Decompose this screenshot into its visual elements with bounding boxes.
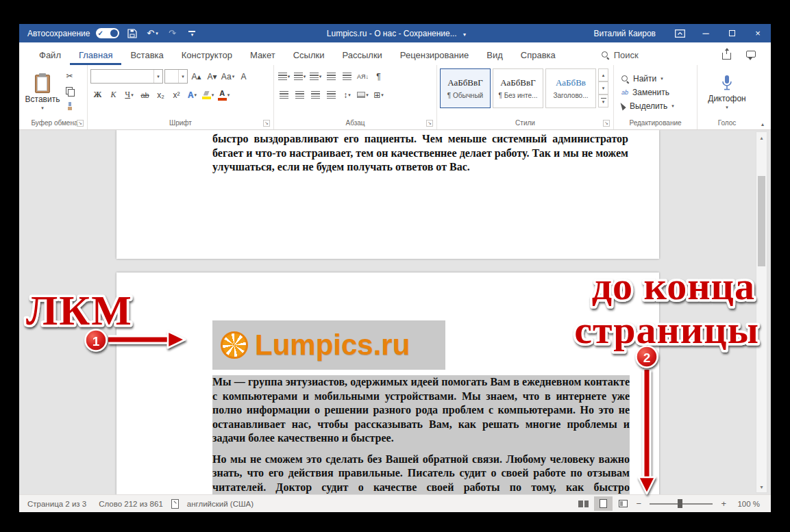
sort-button[interactable]: АЯ↓: [356, 70, 370, 84]
tab-review[interactable]: Рецензирование: [391, 45, 478, 65]
style-normal[interactable]: АаБбВвГ ¶ Обычный: [440, 68, 491, 108]
highlight-color-button[interactable]: ▾: [201, 88, 215, 102]
tab-home[interactable]: Главная: [70, 45, 121, 65]
styles-scroll-up-button[interactable]: ▴: [598, 68, 608, 81]
italic-button[interactable]: К: [106, 88, 121, 102]
styles-scroll-down-button[interactable]: ▾: [598, 81, 608, 94]
collapse-ribbon-button[interactable]: ▴: [761, 121, 764, 127]
find-button[interactable]: Найти ▾: [621, 74, 694, 84]
select-button[interactable]: Выделить ▾: [621, 101, 694, 111]
format-painter-button[interactable]: [62, 99, 77, 113]
ribbon-display-options-button[interactable]: [667, 24, 693, 42]
numbering-button[interactable]: ▾: [293, 70, 307, 84]
dictate-button[interactable]: Диктофон ▾: [708, 75, 745, 110]
tab-layout[interactable]: Макет: [241, 45, 284, 65]
scrollbar-thumb[interactable]: [758, 176, 765, 266]
tab-references[interactable]: Ссылки: [284, 45, 334, 65]
document-page-2[interactable]: Lumpics.ru Мы — группа энтузиастов, одер…: [116, 273, 659, 494]
styles-dialog-launcher[interactable]: ↘: [603, 120, 610, 127]
scrollbar-track[interactable]: [756, 143, 767, 481]
text-effects-button[interactable]: А▾: [185, 88, 199, 102]
comments-icon[interactable]: [746, 51, 756, 58]
font-color-button[interactable]: А ▾: [217, 88, 231, 102]
strikethrough-button[interactable]: ab: [138, 88, 152, 102]
user-name[interactable]: Виталий Каиров: [593, 29, 656, 38]
tab-mailings[interactable]: Рассылки: [333, 45, 391, 65]
align-right-button[interactable]: [308, 88, 323, 102]
page2-paragraph-1[interactable]: Мы — группа энтузиастов, одержимых идеей…: [212, 375, 630, 446]
save-button[interactable]: [125, 24, 139, 42]
subscript-button[interactable]: х₂: [153, 88, 168, 102]
underline-button[interactable]: Ч▾: [122, 88, 136, 102]
maximize-button[interactable]: [719, 24, 745, 42]
clear-formatting-button[interactable]: А: [236, 70, 251, 84]
paragraph-dialog-launcher[interactable]: ↘: [426, 120, 433, 127]
multilevel-list-button[interactable]: ▾: [308, 70, 323, 84]
decrease-indent-button[interactable]: [324, 70, 338, 84]
qat-customize-button[interactable]: ▾: [185, 24, 199, 42]
align-left-button[interactable]: [277, 88, 291, 102]
toggle-knob: [110, 29, 118, 37]
clipboard-dialog-launcher[interactable]: ↘: [77, 120, 84, 127]
print-layout-button[interactable]: [594, 496, 613, 511]
styles-more-button[interactable]: ▾: [598, 94, 608, 107]
word-count[interactable]: Слово 212 из 861: [92, 500, 169, 508]
undo-button[interactable]: ↶ ▾: [145, 24, 159, 42]
paste-button[interactable]: Вставить ▾: [25, 67, 60, 118]
borders-button[interactable]: ⊞▾: [371, 88, 386, 102]
font-size-combo[interactable]: ▾: [164, 69, 188, 84]
increase-indent-button[interactable]: [340, 70, 354, 84]
selected-logo-line[interactable]: Lumpics.ru: [212, 320, 445, 370]
tab-file[interactable]: Файл: [30, 45, 70, 65]
share-icon[interactable]: [722, 53, 731, 60]
bullets-button[interactable]: ▾: [277, 70, 291, 84]
close-button[interactable]: ×: [745, 24, 771, 42]
font-name-combo[interactable]: ▾: [90, 69, 163, 84]
replace-button[interactable]: ab Заменить: [621, 88, 694, 97]
document-canvas[interactable]: быстро выздоравливают его пациенты. Чем …: [19, 130, 771, 494]
tab-design[interactable]: Конструктор: [173, 45, 241, 65]
selected-text-block[interactable]: Мы — группа энтузиастов, одержимых идеей…: [212, 375, 630, 494]
zoom-percentage[interactable]: 100 %: [729, 500, 760, 508]
search-box[interactable]: Поиск: [596, 45, 644, 65]
minimize-button[interactable]: ─: [693, 24, 719, 42]
scroll-up-arrow[interactable]: ▴: [756, 132, 767, 143]
tab-view[interactable]: Вид: [478, 45, 512, 65]
autosave-toggle[interactable]: ✓: [96, 28, 119, 38]
page-indicator[interactable]: Страница 2 из 3: [19, 500, 92, 508]
align-center-button[interactable]: [293, 88, 307, 102]
zoom-in-button[interactable]: +: [718, 498, 729, 509]
scroll-down-arrow[interactable]: ▾: [756, 481, 767, 492]
zoom-slider[interactable]: [650, 503, 713, 505]
cut-button[interactable]: ✂: [62, 69, 77, 83]
zoom-out-button[interactable]: −: [633, 498, 644, 509]
page1-paragraph[interactable]: быстро выздоравливают его пациенты. Чем …: [212, 132, 628, 175]
language-indicator[interactable]: английский (США): [181, 500, 260, 508]
tab-help[interactable]: Справка: [512, 45, 565, 65]
page2-paragraph-2[interactable]: Но мы не сможем это сделать без Вашей об…: [212, 453, 630, 495]
window-title[interactable]: Lumpics.ru - О нас - Сохранение... ▾: [199, 29, 593, 38]
zoom-slider-thumb[interactable]: [678, 499, 682, 508]
document-page-1[interactable]: быстро выздоравливают его пациенты. Чем …: [116, 130, 659, 259]
read-mode-button[interactable]: [574, 496, 593, 511]
web-layout-button[interactable]: [614, 496, 632, 511]
bold-button[interactable]: Ж: [90, 88, 105, 102]
change-case-button[interactable]: Аа▾: [221, 70, 235, 84]
search-label: Поиск: [614, 50, 639, 60]
redo-button[interactable]: ↷: [165, 24, 179, 42]
show-paragraph-marks-button[interactable]: ¶: [371, 70, 386, 84]
style-heading1[interactable]: АаБбВв Заголово...: [545, 68, 596, 108]
superscript-button[interactable]: х²: [169, 88, 184, 102]
chevron-down-icon: ▾: [726, 105, 728, 110]
style-no-spacing[interactable]: АаБбВвГ ¶ Без инте...: [493, 68, 543, 108]
shading-button[interactable]: ▾: [356, 88, 370, 102]
tab-insert[interactable]: Вставка: [121, 45, 172, 65]
grow-font-button[interactable]: А▴: [189, 70, 203, 84]
proofing-status-icon[interactable]: [171, 499, 180, 508]
vertical-scrollbar[interactable]: ▴ ▾: [756, 131, 767, 493]
copy-button[interactable]: [62, 84, 77, 98]
shrink-font-button[interactable]: А▾: [205, 70, 219, 84]
font-dialog-launcher[interactable]: ↘: [263, 120, 270, 127]
justify-button[interactable]: [324, 88, 338, 102]
line-spacing-button[interactable]: ↕▾: [340, 88, 354, 102]
